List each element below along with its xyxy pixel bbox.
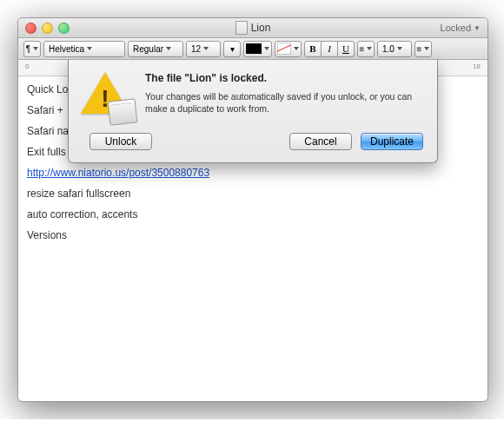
- window-title-wrap: Lion: [18, 21, 487, 35]
- locked-file-dialog: — — — — The file "Lion" is locked. Your …: [68, 59, 438, 163]
- titlebar: Lion Locked ▼: [18, 18, 487, 38]
- highlight-color-picker[interactable]: [275, 41, 302, 57]
- cancel-button[interactable]: Cancel: [289, 133, 352, 150]
- window-title: Lion: [251, 22, 271, 34]
- underline-button[interactable]: U: [337, 41, 355, 57]
- line-spacing-dropdown[interactable]: 1.0: [377, 41, 412, 57]
- text-line: Versions: [27, 229, 479, 241]
- document-icon: [235, 21, 248, 35]
- bold-button[interactable]: B: [304, 41, 322, 57]
- text-color-picker[interactable]: [243, 41, 272, 57]
- alignment-dropdown[interactable]: ≡: [357, 41, 375, 57]
- font-style-dropdown[interactable]: Regular: [128, 41, 183, 57]
- dialog-message: Your changes will be automatically saved…: [145, 90, 423, 115]
- text-style-group: B I U: [304, 41, 355, 57]
- italic-button[interactable]: I: [322, 41, 337, 57]
- font-size-field[interactable]: 12: [186, 41, 221, 57]
- warning-icon: — — — —: [81, 72, 133, 121]
- dialog-title: The file "Lion" is locked.: [145, 72, 423, 84]
- locked-indicator[interactable]: Locked ▼: [441, 23, 481, 33]
- unlock-button[interactable]: Unlock: [90, 133, 152, 150]
- highlight-color-swatch: [277, 43, 291, 55]
- minimize-icon[interactable]: [42, 23, 53, 34]
- text-color-swatch: [246, 43, 262, 54]
- duplicate-button[interactable]: Duplicate: [361, 133, 423, 150]
- close-icon[interactable]: [25, 23, 36, 34]
- textedit-badge-icon: — — — —: [108, 98, 138, 125]
- text-line: auto correction, accents: [27, 208, 479, 220]
- list-dropdown[interactable]: ≡: [414, 41, 432, 57]
- chevron-down-icon: ▼: [474, 24, 481, 32]
- format-toolbar: ¶ Helvetica Regular 12 ▾ B I U ≡ 1.0 ≡: [18, 38, 487, 60]
- font-size-stepper[interactable]: ▾: [223, 41, 241, 57]
- font-family-dropdown[interactable]: Helvetica: [43, 41, 125, 57]
- zoom-icon[interactable]: [58, 23, 70, 34]
- document-window: Lion Locked ▼ ¶ Helvetica Regular 12 ▾ B…: [17, 17, 488, 402]
- locked-label: Locked: [441, 23, 471, 33]
- styles-dropdown[interactable]: ¶: [23, 41, 41, 57]
- text-line: resize safari fullscreen: [27, 188, 479, 200]
- traffic-lights: [25, 23, 70, 34]
- hyperlink[interactable]: http://www.niatorio.us/post/3500880763: [27, 167, 209, 179]
- modal-sheet-wrap: — — — — The file "Lion" is locked. Your …: [18, 59, 487, 163]
